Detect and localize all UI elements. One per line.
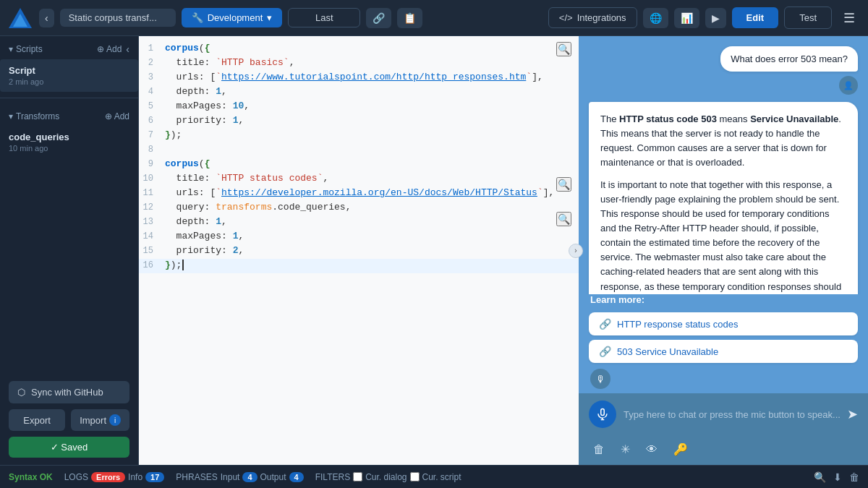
code-line-5: 5 maxPages: 10, bbox=[139, 100, 579, 114]
code-line-10: 10 title: `HTTP status codes`, bbox=[139, 172, 579, 187]
development-button[interactable]: 🔧 Development ▾ bbox=[182, 8, 283, 27]
chevron-down-icon: ▾ bbox=[9, 44, 13, 54]
chat-panel-collapse-button[interactable]: › bbox=[569, 244, 583, 258]
search-float-icon-1[interactable]: 🔍 bbox=[556, 42, 571, 56]
logs-item: LOGS Errors Info 17 bbox=[64, 472, 165, 482]
syntax-ok-label: Syntax OK bbox=[9, 472, 53, 482]
scripts-section-title: ▾ Scripts bbox=[9, 44, 43, 54]
code-line-8: 8 bbox=[139, 143, 579, 158]
export-button[interactable]: Export bbox=[9, 409, 65, 431]
code-line-13: 13 depth: 1, bbox=[139, 215, 579, 230]
share-icon-button[interactable]: 🔗 bbox=[366, 8, 391, 28]
wrench-icon: 🔧 bbox=[192, 12, 203, 23]
editor-scroll[interactable]: 1 corpus({ 2 title: `HTTP basics`, 3 url… bbox=[139, 36, 579, 465]
editor-area: 1 corpus({ 2 title: `HTTP basics`, 3 url… bbox=[139, 36, 579, 465]
search-status-button[interactable]: 🔍 bbox=[814, 471, 826, 483]
copy-icon-button[interactable]: 📋 bbox=[397, 8, 422, 28]
app-logo bbox=[7, 5, 33, 31]
scripts-collapse-button[interactable]: ‹ bbox=[126, 43, 129, 55]
user-avatar: 👤 bbox=[839, 76, 858, 95]
chat-input-field[interactable] bbox=[624, 409, 840, 420]
code-line-16: 16 }); bbox=[139, 259, 579, 273]
github-icon: ⬡ bbox=[17, 387, 25, 398]
user-message: What does error 503 mean? bbox=[720, 46, 858, 72]
plus-icon-2: ⊕ bbox=[105, 111, 112, 121]
import-button[interactable]: Import i bbox=[71, 409, 129, 431]
export-import-row: Export Import i bbox=[9, 409, 129, 431]
chevron-down-icon: ▾ bbox=[267, 12, 272, 23]
filters-item: FILTERS Cur. dialog Cur. script bbox=[315, 472, 461, 482]
topbar-right: </> Integrations 🌐 📊 ▶ Edit Test ☰ bbox=[548, 7, 861, 30]
chat-input-row: ➤ bbox=[579, 393, 868, 435]
learn-more-label: Learn more: bbox=[590, 294, 644, 305]
bot-message: The HTTP status code 503 means Service U… bbox=[589, 102, 858, 294]
trash-status-button[interactable]: 🗑 bbox=[849, 471, 859, 483]
eye-tool-button[interactable]: 👁 bbox=[642, 440, 662, 459]
sidebar-item-script[interactable]: Script 2 min ago bbox=[0, 59, 138, 92]
code-line-6: 6 priority: 1, bbox=[139, 114, 579, 129]
key-tool-button[interactable]: 🔑 bbox=[669, 440, 692, 459]
chart-button[interactable]: 📊 bbox=[674, 8, 699, 28]
chat-toolbar: 🗑 ✳ 👁 🔑 bbox=[579, 435, 868, 465]
code-icon: </> bbox=[559, 12, 573, 23]
code-line-12: 12 query: transforms.code_queries, bbox=[139, 201, 579, 215]
plus-icon: ⊕ bbox=[97, 44, 104, 54]
menu-button[interactable]: ☰ bbox=[838, 7, 861, 30]
link-503-service-unavailable[interactable]: 🔗 503 Service Unavailable bbox=[589, 340, 858, 363]
chat-panel: › What does error 503 mean? 👤 The HTTP s… bbox=[579, 36, 868, 465]
chat-links: Learn more: 🔗 HTTP response status codes… bbox=[579, 294, 868, 393]
edit-button[interactable]: Edit bbox=[732, 7, 779, 28]
phrases-item: PHRASES Input 4 Output 4 bbox=[176, 472, 303, 482]
info-icon: i bbox=[109, 414, 121, 426]
chat-send-button[interactable]: ➤ bbox=[847, 406, 858, 422]
code-line-7: 7 }); bbox=[139, 129, 579, 143]
code-line-4: 4 depth: 1, bbox=[139, 85, 579, 100]
output-badge: 4 bbox=[289, 472, 304, 482]
mic-button[interactable] bbox=[589, 401, 616, 428]
sidebar: ▾ Scripts ⊕ Add ‹ Script 2 min ago ▾ Tra… bbox=[0, 36, 139, 465]
saved-button[interactable]: ✓ Saved bbox=[9, 437, 129, 458]
trash-tool-button[interactable]: 🗑 bbox=[589, 440, 609, 459]
globe-button[interactable]: 🌐 bbox=[643, 8, 668, 28]
test-button[interactable]: Test bbox=[784, 7, 832, 29]
sync-github-button[interactable]: ⬡ Sync with GitHub bbox=[9, 381, 129, 403]
back-button[interactable]: ‹ bbox=[39, 9, 54, 27]
play-button[interactable]: ▶ bbox=[705, 8, 726, 28]
chat-messages[interactable]: What does error 503 mean? 👤 The HTTP sta… bbox=[579, 36, 868, 294]
link-icon-2: 🔗 bbox=[599, 346, 611, 357]
code-line-1: 1 corpus({ bbox=[139, 42, 579, 56]
code-line-3: 3 urls: [`https://www.tutorialspoint.com… bbox=[139, 71, 579, 85]
last-button[interactable]: Last bbox=[288, 8, 360, 27]
scripts-add-button[interactable]: ⊕ Add bbox=[97, 44, 122, 54]
transforms-add-button[interactable]: ⊕ Add bbox=[105, 111, 129, 121]
download-status-button[interactable]: ⬇ bbox=[833, 471, 842, 483]
integrations-button[interactable]: </> Integrations bbox=[548, 7, 637, 28]
cur-dialog-checkbox[interactable] bbox=[353, 472, 362, 481]
sidebar-bottom: ⬡ Sync with GitHub Export Import i ✓ Sav… bbox=[0, 374, 138, 465]
errors-badge[interactable]: Errors bbox=[91, 472, 125, 482]
search-float-icon-2[interactable]: 🔍 bbox=[556, 177, 571, 192]
scripts-section-header: ▾ Scripts ⊕ Add ‹ bbox=[0, 36, 138, 59]
info-badge: 17 bbox=[145, 472, 164, 482]
search-float-icon-3[interactable]: 🔍 bbox=[556, 212, 571, 226]
topbar: ‹ Static corpus transf... 🔧 Development … bbox=[0, 0, 868, 36]
project-title: Static corpus transf... bbox=[60, 9, 176, 27]
link-icon-1: 🔗 bbox=[599, 318, 611, 330]
transforms-section-title: ▾ Transforms bbox=[9, 111, 59, 121]
input-badge: 4 bbox=[242, 472, 257, 482]
bot-avatar-bottom: 🎙 bbox=[590, 369, 610, 389]
sidebar-item-code-queries[interactable]: code_queries 10 min ago bbox=[0, 126, 138, 158]
code-line-9: 9 corpus({ bbox=[139, 158, 579, 172]
mic-small-icon: 🎙 bbox=[596, 374, 605, 385]
link-http-response-status-codes[interactable]: 🔗 HTTP response status codes bbox=[589, 312, 858, 335]
status-bar: Syntax OK LOGS Errors Info 17 PHRASES In… bbox=[0, 465, 868, 488]
code-line-2: 2 title: `HTTP basics`, bbox=[139, 56, 579, 71]
main-content: ▾ Scripts ⊕ Add ‹ Script 2 min ago ▾ Tra… bbox=[0, 36, 868, 465]
code-line-15: 15 priority: 2, bbox=[139, 244, 579, 259]
cur-script-checkbox[interactable] bbox=[410, 472, 420, 481]
asterisk-tool-button[interactable]: ✳ bbox=[616, 440, 634, 459]
code-line-11: 11 urls: [`https://developer.mozilla.org… bbox=[139, 187, 579, 201]
sidebar-divider-1 bbox=[0, 98, 138, 98]
code-line-14: 14 maxPages: 1, bbox=[139, 230, 579, 244]
status-icons: 🔍 ⬇ 🗑 bbox=[814, 471, 859, 483]
